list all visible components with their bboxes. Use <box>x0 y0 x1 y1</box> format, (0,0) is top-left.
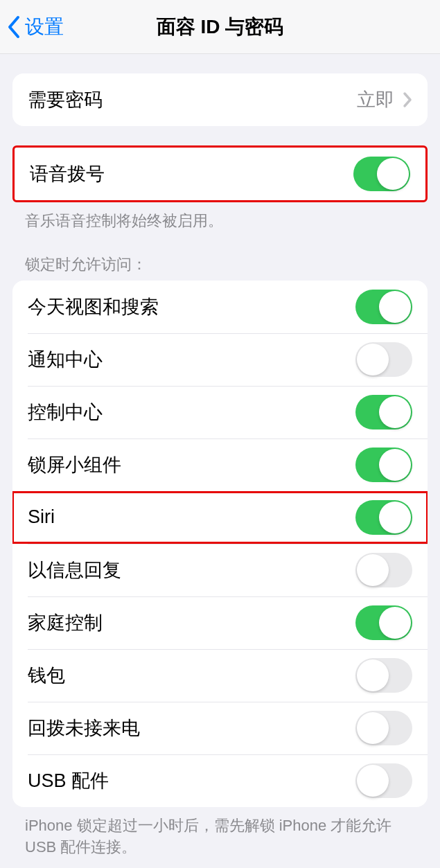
allow-access-row: 家庭控制 <box>12 596 428 649</box>
usb-footer: iPhone 锁定超过一小时后，需先解锁 iPhone 才能允许USB 配件连接… <box>25 815 415 858</box>
back-button[interactable]: 设置 <box>7 14 64 40</box>
voice-dial-footer: 音乐语音控制将始终被启用。 <box>25 211 415 232</box>
allow-access-row: 以信息回复 <box>12 544 428 596</box>
chevron-left-icon <box>7 15 21 39</box>
require-passcode-group: 需要密码 立即 <box>12 73 428 126</box>
allow-access-label: 回拨未接来电 <box>28 716 140 741</box>
back-label: 设置 <box>25 14 64 40</box>
allow-access-label: 通知中心 <box>28 347 103 372</box>
allow-access-row: 今天视图和搜索 <box>12 281 428 333</box>
voice-dial-row: 语音拨号 <box>15 148 425 200</box>
allow-access-toggle[interactable] <box>355 605 412 640</box>
allow-access-row: 锁屏小组件 <box>12 439 428 491</box>
chevron-right-icon <box>403 91 412 108</box>
allow-access-row: 回拨未接来电 <box>12 702 428 754</box>
allow-access-row: 通知中心 <box>12 333 428 386</box>
allow-access-header: 锁定时允许访问： <box>25 254 415 275</box>
allow-access-toggle[interactable] <box>355 290 412 324</box>
allow-access-label: Siri <box>28 506 55 528</box>
require-passcode-value-wrap: 立即 <box>357 87 412 112</box>
allow-access-label: 今天视图和搜索 <box>28 294 159 319</box>
allow-access-toggle[interactable] <box>355 711 412 745</box>
voice-dial-label: 语音拨号 <box>30 161 105 186</box>
voice-dial-toggle[interactable] <box>353 157 410 191</box>
allow-access-toggle[interactable] <box>355 763 412 798</box>
allow-access-label: 锁屏小组件 <box>28 452 121 477</box>
allow-access-toggle[interactable] <box>355 395 412 429</box>
voice-dial-group: 语音拨号 <box>12 145 428 202</box>
navigation-bar: 设置 面容 ID 与密码 <box>0 0 440 54</box>
page-title: 面容 ID 与密码 <box>0 14 440 40</box>
allow-access-row: 控制中心 <box>12 386 428 439</box>
allow-access-row: Siri <box>12 491 428 544</box>
allow-access-label: 控制中心 <box>28 400 103 425</box>
allow-access-label: 钱包 <box>28 663 65 688</box>
allow-access-label: 以信息回复 <box>28 558 121 583</box>
allow-access-toggle[interactable] <box>355 448 412 482</box>
allow-access-toggle[interactable] <box>355 658 412 693</box>
allow-access-toggle[interactable] <box>355 553 412 587</box>
allow-access-label: 家庭控制 <box>28 610 103 635</box>
allow-access-row: 钱包 <box>12 649 428 702</box>
allow-access-toggle[interactable] <box>355 342 412 377</box>
require-passcode-label: 需要密码 <box>28 87 103 112</box>
allow-access-label: USB 配件 <box>28 768 109 793</box>
require-passcode-value: 立即 <box>357 87 394 112</box>
allow-access-toggle[interactable] <box>355 500 412 535</box>
require-passcode-row[interactable]: 需要密码 立即 <box>12 73 428 126</box>
allow-access-row: USB 配件 <box>12 754 428 807</box>
allow-access-group: 今天视图和搜索通知中心控制中心锁屏小组件Siri以信息回复家庭控制钱包回拨未接来… <box>12 281 428 807</box>
